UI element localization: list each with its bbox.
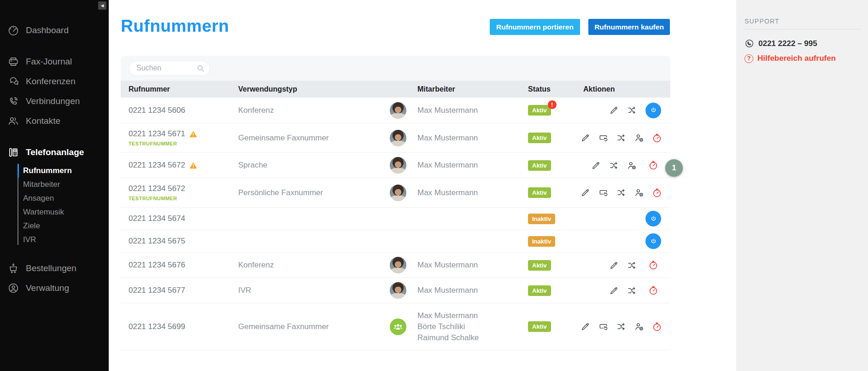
user-assign-icon[interactable] [633, 133, 645, 144]
pencil-icon[interactable] [580, 187, 591, 198]
sidebar-subitem-ivr[interactable]: IVR [23, 233, 109, 247]
pencil-icon[interactable] [608, 285, 619, 296]
phone-ringing-icon [7, 95, 20, 108]
table-search-bar [121, 56, 670, 81]
test-number-tag: TESTRUFNUMMER [129, 196, 238, 201]
shuffle-icon[interactable] [616, 187, 627, 198]
action-icon-group [580, 187, 645, 198]
timer-icon[interactable] [648, 260, 659, 271]
sidebar-subnav: RufnummernMitarbeiterAnsagenWartemusikZi… [0, 164, 109, 247]
toggle-slot [644, 285, 663, 296]
support-phone-row: 0221 2222 – 995 [745, 39, 862, 48]
status-cell: Inaktiv [528, 236, 583, 247]
sidebar-subitem-ansagen[interactable]: Ansagen [23, 191, 109, 205]
power-button[interactable] [645, 211, 661, 226]
sidebar-subitem-ziele[interactable]: Ziele [23, 219, 109, 233]
shuffle-icon[interactable] [616, 133, 627, 144]
sidebar-subitem-rufnummern[interactable]: Rufnummern [23, 164, 109, 178]
phone-number-cell: 0221 1234 5699 [129, 322, 238, 331]
timer-icon[interactable] [648, 160, 659, 171]
status-cell: Aktiv [528, 285, 583, 296]
shuffle-icon[interactable] [608, 160, 619, 171]
sidebar-subitem-mitarbeiter[interactable]: Mitarbeiter [23, 178, 109, 191]
timer-icon[interactable] [651, 133, 663, 144]
table-row: 0221 1234 5676KonferenzMax MustermannAkt… [121, 252, 670, 278]
actions-cell [583, 133, 663, 144]
annotation-badge-1: 1 [665, 159, 683, 177]
actions-cell [583, 187, 663, 198]
user-assign-icon[interactable] [633, 187, 645, 198]
device-sync-icon[interactable] [598, 133, 609, 144]
device-sync-icon[interactable] [598, 187, 609, 198]
sidebar-item-label: Fax-Journal [26, 57, 72, 67]
pencil-icon[interactable] [590, 160, 601, 171]
timer-icon[interactable] [651, 321, 663, 332]
pencil-icon[interactable] [580, 321, 591, 332]
toggle-slot [651, 187, 663, 198]
shuffle-icon[interactable] [626, 105, 637, 116]
phone-circle-icon [745, 39, 754, 48]
sidebar-item-bestellungen[interactable]: Bestellungen [0, 258, 109, 278]
toggle-slot [644, 103, 663, 118]
pencil-icon[interactable] [608, 260, 619, 271]
action-icon-group [608, 260, 637, 271]
phone-number-cell: 0221 1234 5675 [129, 237, 238, 246]
shuffle-icon[interactable] [616, 321, 627, 332]
table-row: 0221 1234 5671TESTRUFNUMMERGemeinsame Fa… [121, 123, 670, 152]
phone-number: 0221 1234 5675 [129, 237, 238, 246]
sidebar-collapse-icon[interactable]: ◀ [98, 1, 106, 10]
status-cell: Aktiv [528, 133, 583, 143]
status-badge: Aktiv [528, 260, 551, 271]
actions-cell [583, 160, 663, 171]
pencil-icon[interactable] [608, 105, 619, 116]
search-pill [129, 61, 210, 76]
phone-number: 0221 1234 5606 [129, 106, 238, 115]
shuffle-icon[interactable] [626, 285, 637, 296]
sidebar-item-label: Telefonanlage [26, 147, 84, 157]
member-names: Max Mustermann [417, 160, 478, 171]
phone-number: 0221 1234 5677 [129, 286, 238, 295]
sidebar-item-verwaltung[interactable]: Verwaltung [0, 278, 109, 298]
search-icon[interactable] [196, 64, 205, 73]
user-assign-icon[interactable] [633, 321, 645, 332]
support-help-link[interactable]: ? Hilfebereich aufrufen [745, 54, 862, 63]
usage-type-cell: Konferenz [238, 106, 390, 115]
status-badge: Aktiv [528, 321, 551, 332]
sidebar-item-verbindungen[interactable]: Verbindungen [0, 91, 109, 111]
sidebar-item-dashboard[interactable]: Dashboard [0, 20, 109, 40]
phone-number: 0221 1234 5671 [129, 129, 238, 139]
power-button[interactable] [645, 103, 661, 118]
alert-badge-icon: ! [548, 100, 557, 109]
sidebar-item-telefonanlage[interactable]: Telefonanlage [0, 142, 109, 162]
user-assign-icon[interactable] [626, 160, 637, 171]
timer-icon[interactable] [651, 187, 663, 198]
member-name: Max Mustermann [417, 260, 478, 271]
question-circle-icon: ? [745, 54, 753, 63]
support-heading: SUPPORT [745, 17, 862, 25]
actions-cell [583, 321, 663, 332]
phone-number-text: 0221 1234 5677 [129, 286, 185, 295]
phone-number-text: 0221 1234 5675 [129, 237, 185, 246]
phone-number-cell: 0221 1234 5677 [129, 286, 238, 295]
status-cell: Aktiv [528, 260, 583, 271]
sidebar-item-fax-journal[interactable]: Fax-Journal [0, 52, 109, 71]
sidebar-item-kontakte[interactable]: Kontakte [0, 111, 109, 131]
device-sync-icon[interactable] [598, 321, 609, 332]
warning-icon [189, 161, 198, 170]
usage-type-cell: Persönliche Faxnummer [238, 188, 390, 197]
buy-numbers-button[interactable]: Rufnummern kaufen [588, 19, 670, 35]
sidebar-subitem-wartemusik[interactable]: Wartemusik [23, 205, 109, 219]
sidebar-item-label: Verwaltung [26, 283, 69, 293]
toggle-slot [644, 260, 663, 271]
sidebar-item-konferenzen[interactable]: Konferenzen [0, 71, 109, 91]
member-name: Börte Tschiliki [417, 321, 479, 332]
member-name: Max Mustermann [417, 105, 478, 116]
pencil-icon[interactable] [580, 133, 591, 144]
port-numbers-button[interactable]: Rufnummern portieren [490, 19, 580, 35]
status-cell: Aktiv [528, 160, 583, 171]
phone-number: 0221 1234 5674 [129, 214, 238, 223]
power-button[interactable] [645, 233, 661, 249]
shuffle-icon[interactable] [626, 260, 637, 271]
timer-icon[interactable] [648, 285, 659, 296]
member-names: Max Mustermann [417, 285, 478, 296]
